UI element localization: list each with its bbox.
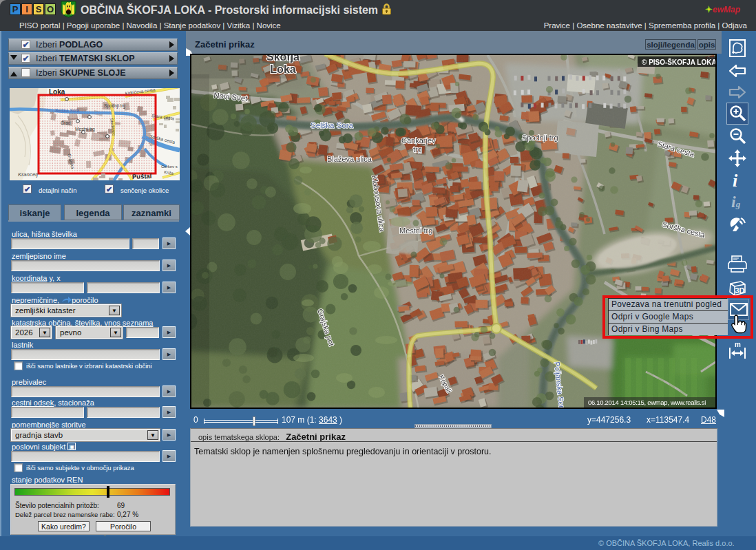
svg-text:trg: trg [413,145,422,154]
svg-text:Selška Sora: Selška Sora [55,108,79,113]
svg-text:Cankarjev: Cankarjev [401,136,436,145]
svg-text:Loka: Loka [270,63,295,75]
svg-text:Grad: Grad [61,120,71,125]
svg-text:© PISO-ŠKOFJA LOKA: © PISO-ŠKOFJA LOKA [642,58,715,66]
svg-text:Mestni trg: Mestni trg [399,226,432,235]
svg-text:06.10.2014 14:05:15, ewmap, ww: 06.10.2014 14:05:15, ewmap, www.realis.s… [588,399,706,406]
svg-text:Krancelj: Krancelj [18,171,38,178]
svg-text:Cerkev s: Cerkev s [161,165,178,169]
svg-text:Spodnji trg: Spodnji trg [522,134,558,142]
svg-text:m: m [735,341,741,348]
svg-text:Loka: Loka [49,88,65,96]
svg-text:Škofja: Škofja [266,55,300,63]
svg-text:Selška Sora: Selška Sora [311,121,354,129]
svg-text:Puštal: Puštal [132,172,152,180]
svg-text:Blaževa ulica: Blaževa ulica [327,155,372,163]
svg-text:Spodnji trg: Spodnji trg [104,103,125,109]
svg-text:3D: 3D [735,286,745,295]
